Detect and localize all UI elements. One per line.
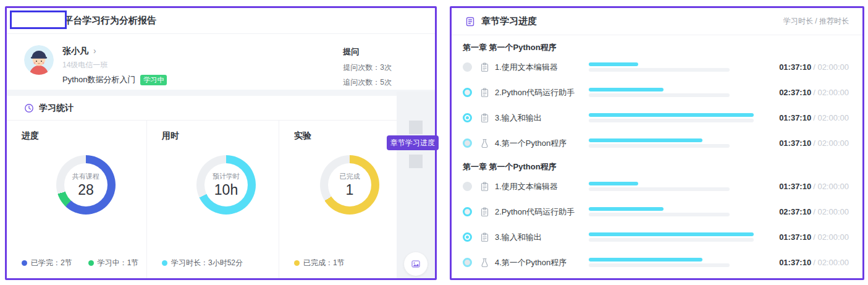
recommended-duration-bar [589, 238, 754, 242]
lesson-status-icon [463, 207, 472, 216]
recommended-duration-bar [589, 213, 730, 216]
stat-column-title: 实验 [294, 130, 397, 142]
recommended-duration-bar [589, 263, 730, 267]
qa-ask-count: 提问次数：3次 [343, 61, 392, 75]
qa-followup-count: 追问次数：5次 [343, 75, 392, 90]
lesson-status-icon [463, 113, 472, 122]
question-stats: 提问 提问次数：3次 追问次数：5次 [343, 44, 392, 90]
lesson-row[interactable]: 2.Python代码运行助手 02:37:10/ 02:00:00 [463, 80, 849, 105]
course-name: Python数据分析入门 [62, 74, 135, 85]
clock-icon [24, 103, 34, 113]
chapter-progress-button[interactable]: 章节学习进度 [387, 135, 439, 150]
legend-item: 已学完：2节 [22, 258, 72, 268]
stat-column-title: 用时 [162, 130, 279, 142]
lesson-row[interactable]: 3.输入和输出 01:37:10/ 02:00:00 [463, 224, 849, 250]
lesson-label: 2.Python代码运行助手 [495, 206, 589, 218]
chapter-title: 第一章 第一个Python程序 [463, 42, 849, 53]
donut-center: 预计学时 10h [204, 163, 248, 206]
legend-dot-green [88, 260, 94, 266]
lesson-type-icon [480, 232, 489, 242]
lesson-row[interactable]: 1.使用文本编辑器 01:37:10/ 02:00:00 [463, 174, 849, 199]
stat-column-progress: 进度 共有课程 28 已学完：2节 学习中：1节 [7, 121, 146, 278]
learned-duration-bar [589, 258, 702, 262]
lesson-time: 01:37:10/ 02:00:00 [770, 138, 849, 148]
lesson-type-icon [480, 113, 489, 123]
lesson-row[interactable]: 3.输入和输出 01:37:10/ 02:00:00 [463, 105, 849, 130]
recommended-duration-bar [589, 119, 754, 122]
chapter-list: 第一章 第一个Python程序 1.使用文本编辑器 01:37:10/ 02:0… [452, 35, 862, 275]
stats-body: 进度 共有课程 28 已学完：2节 学习中：1节 用时 预计学时 [7, 121, 397, 278]
report-panel: 实训平台学习行为分析报告 张小凡 [5, 6, 437, 280]
donut-center: 共有课程 28 [64, 163, 107, 206]
lesson-row[interactable]: 4.第一个Python程序 01:37:10/ 02:00:00 [463, 130, 849, 156]
learned-duration-bar [589, 62, 638, 66]
recommended-duration-bar [589, 93, 730, 97]
lesson-status-icon [463, 88, 472, 97]
lesson-row[interactable]: 1.使用文本编辑器 01:37:10/ 02:00:00 [463, 54, 849, 80]
boy-avatar-illustration [24, 45, 54, 75]
gutter-square [409, 155, 423, 168]
chapter-section: 第一章 第一个Python程序 1.使用文本编辑器 01:37:10/ 02:0… [463, 42, 849, 156]
experiment-donut-chart: 已完成 1 [320, 155, 379, 215]
user-name-link[interactable]: 张小凡 › [62, 46, 167, 57]
status-badge: 学习中 [140, 75, 167, 85]
chapter-progress-panel: 章节学习进度 学习时长 / 推荐时长 第一章 第一个Python程序 1.使用文… [450, 6, 864, 280]
lesson-progress-bars [589, 207, 759, 216]
learned-duration-bar [589, 232, 754, 236]
gutter-square [409, 121, 423, 134]
chapter-panel-header: 章节学习进度 学习时长 / 推荐时长 [452, 8, 862, 35]
lesson-row[interactable]: 4.第一个Python程序 01:37:10/ 02:00:00 [463, 250, 849, 275]
chapter-panel-title: 章节学习进度 [481, 15, 537, 27]
lesson-label: 4.第一个Python程序 [495, 257, 589, 268]
section-gap [7, 90, 435, 96]
lesson-status-icon [463, 232, 472, 242]
learned-duration-bar [589, 88, 664, 91]
user-name: 张小凡 [62, 46, 88, 56]
lesson-label: 3.输入和输出 [495, 113, 589, 124]
stats-title: 学习统计 [39, 103, 74, 114]
lesson-progress-bars [589, 113, 759, 122]
avatar [24, 45, 54, 75]
course-row: Python数据分析入门 学习中 [62, 74, 167, 85]
time-donut-chart: 预计学时 10h [196, 155, 256, 215]
lesson-label: 2.Python代码运行助手 [495, 87, 589, 98]
lesson-type-icon [480, 88, 489, 98]
lesson-status-icon [463, 258, 472, 267]
image-icon [411, 260, 420, 268]
user-info: 张小凡 › 14级电信一班 Python数据分析入门 学习中 [62, 45, 167, 77]
learned-duration-bar [589, 207, 664, 211]
lesson-type-icon [480, 62, 489, 72]
stat-column-experiment: 实验 已完成 1 已完成：1节 [279, 121, 397, 278]
lesson-label: 3.输入和输出 [495, 232, 589, 243]
lesson-status-icon [463, 62, 472, 72]
legend-item: 学习时长：3小时52分 [162, 258, 243, 268]
lesson-time: 02:37:10/ 02:00:00 [770, 88, 849, 97]
chevron-right-icon: › [93, 46, 96, 56]
learned-duration-bar [589, 138, 702, 142]
lesson-time: 01:37:10/ 02:00:00 [770, 232, 849, 242]
legend-dot-blue [22, 260, 27, 266]
lesson-progress-bars [589, 62, 759, 72]
recommended-duration-bar [589, 144, 730, 148]
lesson-time: 01:37:10/ 02:00:00 [770, 62, 849, 72]
stats-header: 学习统计 [7, 96, 435, 121]
recommended-duration-bar [589, 68, 730, 72]
lesson-label: 4.第一个Python程序 [495, 138, 589, 149]
lesson-status-icon [463, 138, 472, 148]
floating-action-button[interactable] [404, 252, 428, 276]
time-legend: 学习时长：3小时52分 [162, 258, 243, 268]
learned-duration-bar [589, 182, 638, 185]
side-gutter: 章节学习进度 [397, 91, 435, 278]
lesson-progress-bars [589, 182, 759, 191]
legend-item: 已完成：1节 [294, 258, 345, 268]
legend-dot-cyan [162, 260, 167, 266]
lesson-row[interactable]: 2.Python代码运行助手 02:37:10/ 02:00:00 [463, 199, 849, 224]
lesson-progress-bars [589, 138, 759, 148]
logo-placeholder-box [10, 11, 67, 29]
qa-title: 提问 [343, 44, 392, 59]
user-class: 14级电信一班 [62, 60, 167, 70]
lesson-progress-bars [589, 88, 759, 97]
progress-legend: 已学完：2节 学习中：1节 [22, 258, 138, 268]
lesson-label: 1.使用文本编辑器 [495, 181, 589, 192]
lesson-time: 02:37:10/ 02:00:00 [770, 207, 849, 216]
